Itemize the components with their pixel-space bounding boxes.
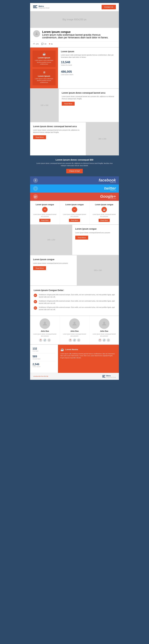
- team-icon-pin-1[interactable]: 📍: [39, 338, 42, 342]
- left-orange-col: ☕ Lorem Ipsum Lorem ipsum nulla sceleris…: [30, 48, 58, 88]
- team-icons-3: 📍 🔗 ✉: [91, 338, 117, 342]
- eye-icon: 👁: [33, 43, 35, 45]
- twitter-btn[interactable]: 🐦 twitter Share On: [30, 184, 119, 192]
- wide-body-1: Lorem ipsum donec consequat laoreet arcu…: [75, 232, 116, 234]
- img-right-section: 190 x 290 Lorem ipsum donec consequat la…: [30, 88, 119, 122]
- wide-img-left: Lorem ipsum congue Lorem ipsum donec con…: [30, 255, 119, 286]
- text-side-2: Lorem ipsum donec consequat laoreet arcu…: [30, 122, 86, 156]
- team-icon-mail-3[interactable]: ✉: [107, 338, 110, 342]
- promo-icon-wrap: ☕ Lorem Nostra: [60, 348, 116, 351]
- team-icon-pin-2[interactable]: 📍: [69, 338, 72, 342]
- team-icons-1: 📍 🔗 ✉: [32, 338, 58, 342]
- team-icon-link-1[interactable]: 🔗: [43, 338, 46, 342]
- stat1-num: 13,548: [61, 60, 116, 64]
- wide-img-size-2: 395 x 290: [94, 269, 102, 272]
- card-col-2: Lorem ipsum congue ✂ Lorem ipsum donec c…: [60, 201, 90, 224]
- stat-num-2: 589: [32, 355, 56, 358]
- logo-sub: Responsive Email: [38, 7, 49, 9]
- likes-stat: ♥ 61: [49, 43, 53, 45]
- team-icon-link-3[interactable]: 🔗: [102, 338, 106, 342]
- post-title: Lorem ipsum congue: [42, 30, 116, 34]
- card-col-2-icon: ✂: [72, 207, 77, 212]
- footer-logo-name: Metro: [106, 375, 116, 376]
- footer-logo-icon: [102, 375, 105, 378]
- google-btn[interactable]: g+ Google+ Share On: [30, 192, 119, 201]
- card-col-1-icon: ☀: [42, 207, 48, 212]
- likes-count: 61: [51, 43, 53, 45]
- three-col-cards: Lorem ipsum congue ☀ Lorem ipsum donec c…: [30, 201, 119, 224]
- views-stat: 👁 172: [33, 43, 38, 45]
- two-col-section: ☕ Lorem Ipsum Lorem ipsum nulla sceleris…: [30, 48, 119, 88]
- image-placeholder-2: 390 x 290: [86, 122, 119, 156]
- img-size-2: 390 x 290: [98, 138, 106, 140]
- logo-area: Metro Responsive Email: [33, 5, 49, 9]
- logo-name: Metro: [38, 5, 49, 7]
- team-avatar-2: [69, 318, 80, 329]
- stats-grid: 13,548 Visitors Per Month 486,005 Lorem …: [61, 60, 116, 78]
- stat-label-2: Second label: [32, 358, 56, 360]
- numbered-item-3: 03. Vestibulum id ligula porta felis eui…: [34, 306, 115, 311]
- wide-img-placeholder-2: 395 x 290: [77, 255, 119, 286]
- text-title-2: Lorem ipsum donec consequat laoreet arcu: [33, 125, 83, 128]
- google-name: Google+: [100, 194, 116, 198]
- orange-card-2: 🖥 Lorem Ipsum Lorem ipsum nulla sceleris…: [32, 69, 56, 85]
- numbered-text-1: Vestibulum id ligula porta felis euismod…: [39, 294, 115, 298]
- stat1-label: Visitors Per Month: [61, 64, 116, 66]
- facebook-btn[interactable]: f facebook Share On: [30, 176, 119, 184]
- promo-cup-icon: ☕: [60, 348, 64, 351]
- team-name-1: John Doe: [32, 330, 58, 332]
- team-name-3: John Doe: [91, 330, 117, 332]
- card2-body: Lorem ipsum nulla scelerisque laoreet gr…: [34, 78, 54, 84]
- text-side-1: Lorem ipsum donec consequat laoreet arcu…: [59, 89, 119, 122]
- num-badge-1: 01.: [34, 294, 37, 297]
- stat-row-1: 132 First label: [32, 347, 56, 354]
- num-badge-3: 03.: [34, 306, 37, 310]
- views-count: 172: [36, 43, 38, 45]
- card-col-1-btn[interactable]: Read More: [39, 219, 50, 222]
- comments-stat: 💬 34: [41, 43, 46, 45]
- team-icon-mail-2[interactable]: ✉: [77, 338, 80, 342]
- card1-title: Lorem Ipsum: [34, 56, 54, 59]
- team-body-2: Lorem ipsum donec consequat laoreet arcu…: [62, 333, 88, 337]
- comment-icon: 💬: [41, 43, 44, 45]
- wide-text-1: Lorem ipsum congue Lorem ipsum donec con…: [72, 225, 119, 255]
- stat-label-1: First label: [32, 350, 56, 352]
- read-more-btn-2[interactable]: Read More: [33, 135, 46, 139]
- card2-icon: 🖥: [34, 71, 54, 74]
- post-preview: Lorem ipsum congue Lorem ipsum nulla sce…: [30, 28, 119, 42]
- contact-button[interactable]: Contact Us: [102, 5, 116, 9]
- svg-point-1: [44, 322, 46, 324]
- wide-btn-2[interactable]: Read More: [33, 266, 46, 270]
- promo-body: Lorem ipsum nulla scelerisque laoreet gr…: [60, 353, 116, 359]
- card-col-3-btn[interactable]: Read More: [98, 219, 110, 222]
- stat2-label: Lorem ipsum visitors: [61, 74, 116, 76]
- footer-logo-sub: Responsive Email: [106, 376, 116, 378]
- promo-title: Lorem Nostra: [65, 348, 78, 350]
- wide-text-2: Lorem ipsum congue Lorem ipsum donec con…: [30, 255, 77, 286]
- team-icon-pin-3[interactable]: 📍: [98, 338, 102, 342]
- wide-title-2: Lorem ipsum congue: [33, 258, 74, 261]
- post-text: Lorem ipsum congue Lorem ipsum nulla sce…: [42, 30, 116, 39]
- team-body-1: Lorem ipsum donec consequat laoreet arcu…: [32, 333, 58, 337]
- numbered-section: Lorem Ipsum Congue Dolar: 01. Vestibulum…: [30, 286, 119, 316]
- team-icon-mail-1[interactable]: ✉: [48, 338, 51, 342]
- post-body: Lorem ipsum nulla scelerisque laoreet gr…: [42, 34, 116, 39]
- card-col-3-icon: ☕: [102, 207, 107, 212]
- stat-label-3: Lorem ipsum: [32, 366, 56, 368]
- stat-num-3: 2,546: [32, 363, 56, 366]
- card1-body: Lorem ipsum nulla scelerisque laoreet gr…: [34, 60, 54, 65]
- check-btn[interactable]: Check It Out!: [66, 169, 83, 173]
- stat-row-3: 2,546 Lorem ipsum: [32, 363, 56, 369]
- img-left-section: Lorem ipsum donec consequat laoreet arcu…: [30, 122, 119, 156]
- team-icon-link-2[interactable]: 🔗: [73, 338, 76, 342]
- unsub-link[interactable]: Unsubscribe from this list: [33, 376, 48, 377]
- card-col-2-btn[interactable]: Read More: [69, 219, 80, 222]
- numbered-title: Lorem Ipsum Congue Dolar:: [34, 289, 115, 292]
- wide-btn-1[interactable]: Read More: [75, 236, 88, 240]
- twitter-icon: 🐦: [33, 186, 38, 191]
- card-col-3: Lorem ipsum congue ☕ Lorem ipsum donec c…: [90, 201, 119, 224]
- logo-text: Metro Responsive Email: [38, 5, 49, 9]
- team-body-3: Lorem ipsum donec consequat laoreet arcu…: [91, 333, 117, 337]
- wide-img-size-1: 395 x 290: [47, 239, 55, 241]
- read-more-btn-1[interactable]: Read More: [62, 102, 75, 106]
